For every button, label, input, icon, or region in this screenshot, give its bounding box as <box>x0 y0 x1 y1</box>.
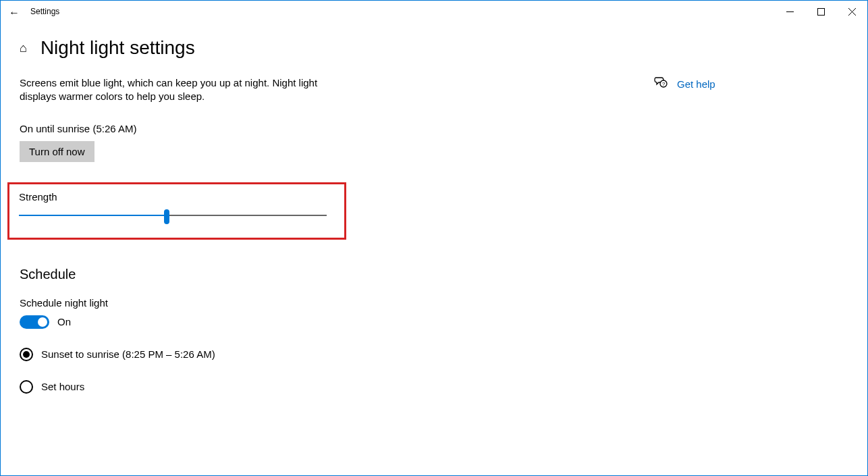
radio-sethours-row[interactable]: Set hours <box>20 380 452 394</box>
app-title: Settings <box>28 7 59 16</box>
page-header: ⌂ Night light settings <box>20 37 848 59</box>
turn-off-button[interactable]: Turn off now <box>20 141 94 162</box>
title-bar: ← Settings <box>1 1 867 22</box>
schedule-toggle[interactable] <box>20 315 49 329</box>
minimize-button[interactable] <box>774 1 805 22</box>
maximize-button[interactable] <box>805 1 836 22</box>
description-text: Screens emit blue light, which can keep … <box>20 76 344 104</box>
schedule-label: Schedule night light <box>20 297 452 309</box>
toggle-state-text: On <box>57 316 71 327</box>
radio-sethours-label: Set hours <box>41 381 84 392</box>
radio-sunset-dot <box>23 351 30 358</box>
strength-slider[interactable] <box>19 215 327 216</box>
radio-sunset[interactable] <box>20 348 33 361</box>
page-title: Night light settings <box>40 37 195 59</box>
window-controls <box>774 1 867 22</box>
minimize-icon <box>786 8 794 16</box>
strength-highlight-box: Strength <box>7 182 346 240</box>
get-help-link[interactable]: ? Get help <box>654 76 715 92</box>
close-icon <box>848 8 856 16</box>
radio-sethours[interactable] <box>20 380 33 394</box>
slider-thumb[interactable] <box>164 209 169 224</box>
radio-sunset-label: Sunset to sunrise (8:25 PM – 5:26 AM) <box>41 348 215 360</box>
home-icon[interactable]: ⌂ <box>20 41 27 55</box>
close-button[interactable] <box>836 1 867 22</box>
help-icon: ? <box>654 76 668 92</box>
get-help-text: Get help <box>677 78 715 90</box>
status-text: On until sunrise (5:26 AM) <box>20 123 452 134</box>
strength-label: Strength <box>19 191 335 203</box>
back-button[interactable]: ← <box>1 5 28 19</box>
svg-rect-1 <box>817 8 824 15</box>
schedule-heading: Schedule <box>20 267 452 282</box>
radio-sunset-row[interactable]: Sunset to sunrise (8:25 PM – 5:26 AM) <box>20 348 452 361</box>
maximize-icon <box>817 8 825 16</box>
toggle-knob <box>38 317 47 327</box>
slider-fill <box>19 215 167 216</box>
svg-text:?: ? <box>662 81 666 87</box>
